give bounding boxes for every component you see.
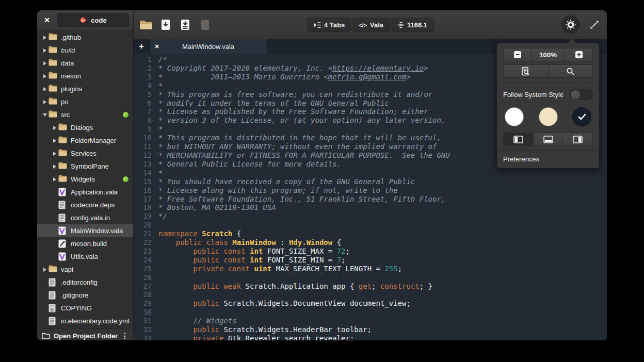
disclosure-triangle-icon[interactable] <box>51 152 58 156</box>
code-line: * You should have received a copy of the… <box>158 177 607 186</box>
toggle-outline-button[interactable] <box>562 133 593 146</box>
preferences-menu-item[interactable]: Preferences <box>497 150 599 168</box>
line-number: 24 <box>134 256 152 265</box>
disclosure-triangle-icon[interactable] <box>51 126 58 130</box>
tree-item-plugins[interactable]: plugins <box>37 83 133 95</box>
tree-item-io-elementary-code-yml[interactable]: io.elementary.code.yml <box>37 315 133 327</box>
disclosure-triangle-icon[interactable] <box>41 36 49 40</box>
line-number: 16 <box>134 186 152 195</box>
zoom-in-icon <box>575 51 583 59</box>
disclosure-triangle-icon[interactable] <box>41 48 49 53</box>
tree-item-label: build <box>61 46 75 54</box>
goto-line-button[interactable]: 1166.1 <box>391 18 433 32</box>
line-number: 22 <box>134 238 152 247</box>
tree-item-meson[interactable]: meson <box>37 70 133 83</box>
tree-item-meson-build[interactable]: meson.build <box>37 237 133 250</box>
find-in-project-button[interactable] <box>503 64 549 78</box>
tree-item-services[interactable]: Services <box>37 147 133 160</box>
follow-system-style-toggle[interactable] <box>569 89 593 100</box>
tree-item-utils-vala[interactable]: Utils.vala <box>37 250 133 263</box>
check-icon <box>578 113 586 120</box>
disclosure-triangle-icon[interactable] <box>41 113 49 117</box>
tree-item-widgets[interactable]: Widgets <box>37 173 133 186</box>
tree-item-symbolpane[interactable]: SymbolPane <box>37 160 133 173</box>
tab-mainwindow[interactable]: ✕ MainWindow.vala <box>149 39 267 54</box>
revert-button[interactable] <box>197 17 213 32</box>
line-number: 5 <box>134 90 152 99</box>
tree-item--editorconfig[interactable]: .editorconfig <box>37 276 133 289</box>
find-button[interactable] <box>548 64 593 78</box>
language-code-icon: </> <box>359 22 367 28</box>
disclosure-triangle-icon[interactable] <box>51 139 58 143</box>
kebab-menu-icon[interactable]: ⋮ <box>121 332 128 340</box>
tab-close-icon[interactable]: ✕ <box>150 43 164 50</box>
settings-button[interactable] <box>561 15 580 34</box>
folder-open-icon <box>139 20 153 30</box>
disclosure-triangle-icon[interactable] <box>51 164 58 169</box>
tree-item-build[interactable]: build <box>37 44 133 57</box>
find-icon <box>566 67 575 76</box>
tree-item-po[interactable]: po <box>37 95 133 108</box>
tree-item-config-vala-in[interactable]: config.vala.in <box>37 211 133 224</box>
cursor-position-label: 1166.1 <box>407 21 427 29</box>
disclosure-triangle-icon[interactable] <box>41 74 49 78</box>
tree-item-copying[interactable]: COPYING <box>37 302 133 315</box>
toggle-knob <box>571 90 580 100</box>
tree-item--github[interactable]: .github <box>37 31 133 44</box>
line-number: 18 <box>134 203 152 212</box>
text-file-icon <box>49 278 57 287</box>
status-button-group: 4 Tabs </> Vala 1166.1 <box>307 18 433 32</box>
line-number: 13 <box>134 160 152 169</box>
style-swatch-light[interactable] <box>505 107 524 126</box>
line-number: 28 <box>134 290 152 299</box>
file-tree[interactable]: .githubbuilddatamesonpluginsposrcDialogs… <box>37 30 133 328</box>
disclosure-triangle-icon[interactable] <box>41 100 49 104</box>
line-number: 23 <box>134 247 152 256</box>
folder-icon <box>49 265 57 274</box>
vala-file-icon <box>58 252 67 261</box>
zoom-level-button[interactable]: 100% <box>531 48 565 61</box>
disclosure-triangle-icon[interactable] <box>51 177 58 182</box>
tree-item-label: plugins <box>61 85 82 93</box>
save-as-icon <box>181 19 190 30</box>
folder-icon <box>58 149 67 158</box>
line-number: 17 <box>134 195 152 204</box>
project-chip[interactable]: code <box>57 13 129 27</box>
tree-item-vapi[interactable]: vapi <box>37 263 133 276</box>
tab-width-button[interactable]: 4 Tabs <box>307 18 351 32</box>
disclosure-triangle-icon[interactable] <box>41 87 49 91</box>
window-close-button[interactable]: ✕ <box>41 14 53 26</box>
follow-system-style-label: Follow System Style <box>503 91 564 98</box>
text-file-icon <box>58 201 67 209</box>
tree-item-data[interactable]: data <box>37 57 133 70</box>
style-swatch-sepia[interactable] <box>539 107 558 126</box>
toggle-sidebar-button[interactable] <box>503 133 534 146</box>
disclosure-triangle-icon[interactable] <box>41 61 49 65</box>
open-file-button[interactable] <box>138 17 154 32</box>
fullscreen-button[interactable] <box>588 19 601 31</box>
zoom-out-button[interactable] <box>503 48 532 61</box>
open-project-folder-button[interactable]: Open Project Folder… ⋮ <box>37 328 133 340</box>
line-number: 27 <box>134 282 152 291</box>
new-tab-button[interactable]: + <box>134 39 149 54</box>
tree-item--gitignore[interactable]: .gitignore <box>37 289 133 302</box>
separator <box>503 83 593 83</box>
disclosure-triangle-icon[interactable] <box>41 268 49 272</box>
tree-item-application-vala[interactable]: Application.vala <box>37 186 133 199</box>
tree-item-label: Utils.vala <box>71 253 98 260</box>
tree-item-foldermanager[interactable]: FolderManager <box>37 134 133 147</box>
language-button[interactable]: </> Vala <box>352 18 390 32</box>
tree-item-mainwindow-vala[interactable]: MainWindow.vala <box>37 224 133 237</box>
save-button[interactable] <box>158 17 173 32</box>
toggle-terminal-button[interactable] <box>533 133 564 146</box>
zoom-in-button[interactable] <box>565 48 593 61</box>
tree-item-codecore-deps[interactable]: codecore.deps <box>37 199 133 211</box>
tree-item-src[interactable]: src <box>37 108 133 121</box>
line-number: 6 <box>134 99 152 108</box>
style-swatch-dark[interactable] <box>572 107 591 126</box>
save-as-button[interactable] <box>178 17 193 32</box>
tree-item-label: Application.vala <box>71 188 118 196</box>
tree-item-dialogs[interactable]: Dialogs <box>37 121 133 134</box>
code-line: public Scratch.Widgets.DocumentView docu… <box>158 299 607 308</box>
line-number: 29 <box>134 299 152 308</box>
